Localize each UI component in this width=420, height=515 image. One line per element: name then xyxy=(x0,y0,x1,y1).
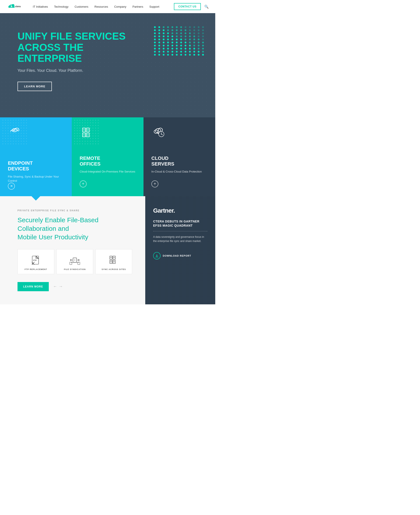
gartner-logo: Gartner. xyxy=(153,207,207,214)
hero-learn-more-button[interactable]: LEARN MORE xyxy=(17,82,52,91)
section-title: Securely Enable File-BasedCollaboration … xyxy=(17,216,132,241)
download-report-label: DOWNLOAD REPORT xyxy=(163,254,191,257)
learn-more-row: LEARN MORE ← → xyxy=(17,282,132,291)
download-icon-circle xyxy=(153,252,161,260)
ftp-label: FTP REPLACEMENT xyxy=(25,268,47,270)
section-eyebrow: PRIVATE ENTERPRISE FILE SYNC & SHARE xyxy=(17,209,132,212)
syndication-icon-box: FILE SYNDICATION xyxy=(56,249,93,274)
svg-text:FTP: FTP xyxy=(33,259,37,261)
card-remote-offices: REMOTEOFFICES Cloud-Integrated On-Premis… xyxy=(72,117,143,196)
card-endpoint-title: ENDPOINTDEVICES xyxy=(8,160,64,172)
sync-label: SYNC ACROSS SITES xyxy=(102,268,126,270)
card-remote-title: REMOTEOFFICES xyxy=(80,155,136,167)
card-remote-desc: Cloud-Integrated On-Premises File Servic… xyxy=(80,169,136,174)
nav-it-initiatives[interactable]: IT Initiatives xyxy=(33,5,48,8)
svg-text:ctera: ctera xyxy=(15,5,21,8)
svg-rect-49 xyxy=(113,260,115,263)
nav-resources[interactable]: Resources xyxy=(95,5,108,8)
learn-more-button[interactable]: LEARN MORE xyxy=(17,282,49,291)
download-report-button[interactable]: DOWNLOAD REPORT xyxy=(153,252,207,260)
card-teal-dots-bg xyxy=(74,120,100,146)
hero-dots-decoration xyxy=(154,26,202,70)
card-endpoint-close-button[interactable]: ✕ xyxy=(8,183,15,190)
download-icon xyxy=(155,254,159,258)
gartner-panel: Gartner. CTERA DEBUTS IN GARTNER EFSS MA… xyxy=(145,196,215,304)
card-remote-plus-button[interactable]: + xyxy=(80,180,87,187)
hero-section: UNIFY FILE SERVICES ACROSS THE ENTERPRIS… xyxy=(0,13,215,117)
panel-divider xyxy=(153,231,207,231)
cloud-servers-icon xyxy=(151,126,207,145)
svg-rect-47 xyxy=(113,256,115,259)
svg-point-31 xyxy=(161,134,162,135)
hero-content: UNIFY FILE SERVICES ACROSS THE ENTERPRIS… xyxy=(17,31,149,91)
syndication-label: FILE SYNDICATION xyxy=(64,268,86,270)
card-dots-bg xyxy=(2,120,29,146)
nav-company[interactable]: Company xyxy=(114,5,127,8)
hero-title: UNIFY FILE SERVICES ACROSS THE ENTERPRIS… xyxy=(17,31,149,64)
panel-description: A data sovereignty and governance focus … xyxy=(153,235,207,243)
search-icon[interactable]: 🔍 xyxy=(204,5,209,9)
card-cloud-title: CLOUDSERVERS xyxy=(151,155,207,167)
section2-left: PRIVATE ENTERPRISE FILE SYNC & SHARE Sec… xyxy=(0,196,145,304)
logo[interactable]: ctera xyxy=(7,2,24,11)
panel-title: CTERA DEBUTS IN GARTNER EFSS MAGIC QUADR… xyxy=(153,219,207,228)
hero-subtitle: Your Files. Your Cloud. Your Platform. xyxy=(17,68,149,73)
card-endpoint: ENDPOINTDEVICES File Sharing, Sync & Bac… xyxy=(0,117,72,196)
ftp-icon-box: FTP FTP REPLACEMENT xyxy=(17,249,54,274)
nav-arrows: ← → xyxy=(53,284,63,289)
svg-rect-12 xyxy=(74,120,100,146)
sync-icon xyxy=(108,255,119,266)
prev-arrow-button[interactable]: ← xyxy=(53,284,57,289)
next-arrow-button[interactable]: → xyxy=(59,284,63,289)
svg-rect-6 xyxy=(2,120,29,146)
svg-rect-48 xyxy=(110,260,112,263)
icons-row: FTP FTP REPLACEMENT xyxy=(17,249,132,274)
close-icon: ✕ xyxy=(10,184,13,188)
card-cloud-desc: In-Cloud & Cross-Cloud Data Protection xyxy=(151,169,207,174)
nav-partners[interactable]: Partners xyxy=(133,5,143,8)
nav-support[interactable]: Support xyxy=(150,5,159,8)
contact-us-button[interactable]: CONTACT US xyxy=(174,3,201,10)
syndication-icon xyxy=(69,255,80,266)
plus-icon: + xyxy=(82,182,84,186)
card-cloud-plus-button[interactable]: + xyxy=(151,180,158,187)
cards-row: ENDPOINTDEVICES File Sharing, Sync & Bac… xyxy=(0,117,215,196)
nav-links: IT Initiatives Technology Customers Reso… xyxy=(33,5,174,8)
section2: PRIVATE ENTERPRISE FILE SYNC & SHARE Sec… xyxy=(0,196,215,304)
plus-icon-cloud: + xyxy=(154,182,156,186)
ftp-icon: FTP xyxy=(30,255,41,266)
svg-rect-46 xyxy=(110,256,112,259)
card-endpoint-desc: File Sharing, Sync & Backup Under Your C… xyxy=(8,175,64,183)
navbar: ctera IT Initiatives Technology Customer… xyxy=(0,0,215,13)
card-cloud-servers: CLOUDSERVERS In-Cloud & Cross-Cloud Data… xyxy=(143,117,215,196)
sync-icon-box: SYNC ACROSS SITES xyxy=(95,249,132,274)
nav-customers[interactable]: Customers xyxy=(75,5,88,8)
nav-technology[interactable]: Technology xyxy=(54,5,68,8)
